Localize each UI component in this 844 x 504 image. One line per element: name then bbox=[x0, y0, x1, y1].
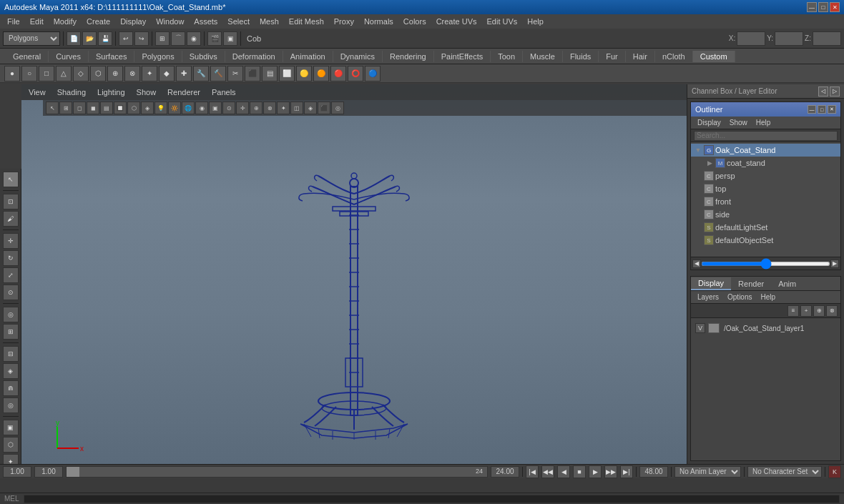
vp-menu-lighting[interactable]: Lighting bbox=[94, 87, 128, 97]
vp-menu-show[interactable]: Show bbox=[134, 87, 160, 97]
panel-icon-2[interactable]: ▷ bbox=[830, 87, 840, 97]
vp-menu-shading[interactable]: Shading bbox=[54, 87, 89, 97]
snap-button[interactable]: ◈ bbox=[3, 363, 19, 379]
shelf-fur[interactable]: Fur bbox=[599, 51, 626, 62]
shelf-muscle[interactable]: Muscle bbox=[523, 51, 563, 62]
point-snap-button[interactable]: ◎ bbox=[3, 397, 19, 413]
layer-tab-render[interactable]: Render bbox=[731, 278, 771, 290]
outliner-show-menu[interactable]: Show bbox=[726, 118, 751, 127]
panel-icon-1[interactable]: ◁ bbox=[818, 87, 828, 97]
outliner-row-front[interactable]: C front bbox=[691, 195, 840, 208]
paint-select-button[interactable]: 🖌 bbox=[3, 211, 19, 227]
menu-help[interactable]: Help bbox=[523, 16, 548, 27]
render-button[interactable]: 🎬 bbox=[207, 31, 222, 46]
shelf-icon-5[interactable]: ◇ bbox=[73, 66, 89, 81]
z-field[interactable] bbox=[813, 31, 841, 46]
save-scene-button[interactable]: 💾 bbox=[98, 31, 112, 46]
lasso-select-button[interactable]: ⊡ bbox=[3, 194, 19, 209]
layer-visibility-button[interactable]: V bbox=[695, 323, 705, 333]
menu-create-uvs[interactable]: Create UVs bbox=[432, 16, 481, 27]
expand-icon-2[interactable]: ▶ bbox=[705, 159, 714, 167]
shelf-curves[interactable]: Curves bbox=[49, 51, 89, 62]
shelf-icon-17[interactable]: ⬜ bbox=[279, 66, 295, 81]
universal-manip-button[interactable]: ⊙ bbox=[3, 285, 19, 300]
vp-menu-renderer[interactable]: Renderer bbox=[165, 87, 203, 97]
play-back-button[interactable]: ◀ bbox=[557, 465, 570, 478]
snap-curve-button[interactable]: ⌒ bbox=[171, 31, 185, 46]
maximize-button[interactable]: □ bbox=[818, 2, 828, 12]
vp-icon-5[interactable]: ▤ bbox=[100, 102, 113, 114]
x-field[interactable] bbox=[737, 31, 765, 46]
select-tool-button[interactable]: ↖ bbox=[3, 172, 19, 187]
outliner-row-side[interactable]: C side bbox=[691, 208, 840, 221]
menu-display[interactable]: Display bbox=[116, 16, 150, 27]
vp-icon-8[interactable]: ◈ bbox=[141, 102, 154, 114]
shelf-general[interactable]: General bbox=[6, 51, 49, 62]
vp-icon-4[interactable]: ◼ bbox=[87, 102, 99, 114]
viewport[interactable]: View Shading Lighting Show Renderer Pane… bbox=[21, 84, 687, 464]
outliner-row-lightset[interactable]: S defaultLightSet bbox=[691, 221, 840, 234]
menu-modify[interactable]: Modify bbox=[49, 16, 81, 27]
layer-options-menu[interactable]: Options bbox=[724, 292, 755, 302]
layer-tab-anim[interactable]: Anim bbox=[771, 278, 803, 290]
menu-proxy[interactable]: Proxy bbox=[330, 16, 358, 27]
vp-menu-view[interactable]: View bbox=[26, 87, 49, 97]
shelf-icon-18[interactable]: 🟡 bbox=[296, 66, 312, 81]
menu-edit-mesh[interactable]: Edit Mesh bbox=[285, 16, 328, 27]
expand-icon-8[interactable] bbox=[694, 236, 702, 244]
shelf-animation[interactable]: Animation bbox=[283, 51, 333, 62]
shelf-icon-4[interactable]: △ bbox=[56, 66, 72, 81]
shelf-icon-13[interactable]: 🔨 bbox=[210, 66, 226, 81]
play-forward-button[interactable]: ▶ bbox=[589, 465, 602, 478]
menu-edit-uvs[interactable]: Edit UVs bbox=[483, 16, 522, 27]
menu-create[interactable]: Create bbox=[82, 16, 114, 27]
vp-icon-21[interactable]: ⬛ bbox=[318, 102, 330, 114]
show-manip-button[interactable]: ⊞ bbox=[3, 324, 19, 340]
layer-icon-4[interactable]: ⊗ bbox=[826, 305, 838, 317]
y-field[interactable] bbox=[775, 31, 803, 46]
time-slider-thumb[interactable] bbox=[67, 467, 79, 477]
shelf-rendering[interactable]: Rendering bbox=[383, 51, 434, 62]
shelf-icon-11[interactable]: ✚ bbox=[176, 66, 192, 81]
shelf-icon-12[interactable]: 🔧 bbox=[193, 66, 209, 81]
shelf-icon-19[interactable]: 🟠 bbox=[313, 66, 329, 81]
history-button[interactable]: ⊟ bbox=[3, 346, 19, 362]
vp-icon-14[interactable]: ⊙ bbox=[222, 102, 235, 114]
vp-icon-2[interactable]: ⊞ bbox=[59, 102, 72, 114]
shelf-dynamics[interactable]: Dynamics bbox=[333, 51, 383, 62]
menu-edit[interactable]: Edit bbox=[26, 16, 48, 27]
shelf-icon-22[interactable]: 🔵 bbox=[365, 66, 381, 81]
vp-menu-panels[interactable]: Panels bbox=[209, 87, 239, 97]
shelf-subdivs[interactable]: Subdivs bbox=[182, 51, 225, 62]
menu-select[interactable]: Select bbox=[223, 16, 254, 27]
vp-icon-1[interactable]: ↖ bbox=[46, 102, 59, 114]
vp-icon-19[interactable]: ◫ bbox=[290, 102, 303, 114]
menu-file[interactable]: File bbox=[3, 16, 24, 27]
outliner-min-button[interactable]: — bbox=[808, 105, 816, 114]
outliner-scrollbar[interactable]: ◀ ▶ bbox=[691, 257, 840, 270]
open-scene-button[interactable]: 📂 bbox=[82, 31, 97, 46]
current-frame-input[interactable] bbox=[34, 466, 63, 478]
snap-point-button[interactable]: ◉ bbox=[187, 31, 201, 46]
command-line[interactable] bbox=[24, 495, 840, 503]
step-forward-button[interactable]: ▶▶ bbox=[604, 465, 617, 478]
shelf-icon-20[interactable]: 🔴 bbox=[330, 66, 346, 81]
ipr-button[interactable]: ⬡ bbox=[3, 437, 19, 453]
range-end-input[interactable] bbox=[491, 466, 519, 478]
menu-assets[interactable]: Assets bbox=[190, 16, 222, 27]
expand-icon-5[interactable] bbox=[694, 197, 702, 206]
step-back-button[interactable]: ◀◀ bbox=[541, 465, 554, 478]
expand-icon[interactable]: ▼ bbox=[694, 146, 702, 154]
vp-icon-16[interactable]: ⊕ bbox=[250, 102, 262, 114]
expand-icon-6[interactable] bbox=[694, 210, 702, 219]
vp-icon-9[interactable]: 💡 bbox=[154, 102, 167, 114]
outliner-row-coat-stand[interactable]: ▶ M coat_stand bbox=[691, 157, 840, 169]
shelf-icon-10[interactable]: ◆ bbox=[159, 66, 175, 81]
layer-help-menu[interactable]: Help bbox=[757, 292, 779, 302]
shelf-icon-3[interactable]: □ bbox=[39, 66, 54, 81]
outliner-search-input[interactable] bbox=[694, 131, 838, 141]
vp-icon-20[interactable]: ◈ bbox=[304, 102, 317, 114]
shelf-icon-7[interactable]: ⊕ bbox=[107, 66, 123, 81]
shelf-painteffects[interactable]: PaintEffects bbox=[434, 51, 491, 62]
curve-snap-button[interactable]: ⋒ bbox=[3, 380, 19, 396]
